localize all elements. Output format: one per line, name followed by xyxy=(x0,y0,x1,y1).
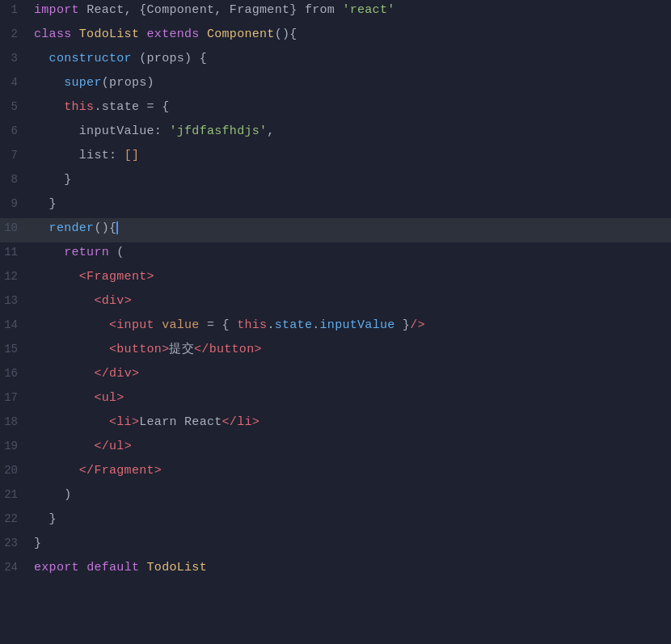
token-jsx-tag: /> xyxy=(410,318,425,332)
token-prop: } xyxy=(34,512,57,526)
line-content: } xyxy=(31,534,671,553)
token-num-arr: [] xyxy=(124,149,140,162)
token-kw-import: import xyxy=(34,3,87,17)
line-content: <input value = { this.state.inputValue }… xyxy=(31,316,671,335)
token-prop xyxy=(34,100,64,114)
line-number: 11 xyxy=(0,244,31,262)
token-prop: list: xyxy=(34,149,124,162)
token-prop: = xyxy=(200,318,222,332)
line-number: 8 xyxy=(0,171,31,189)
code-line: 2class TodoList extends Component(){ xyxy=(0,24,671,48)
line-number: 13 xyxy=(0,293,31,310)
token-prop xyxy=(34,246,64,259)
token-prop: (props) xyxy=(102,76,154,90)
token-kw-export: export xyxy=(34,561,87,575)
token-prop: } xyxy=(34,537,41,550)
token-prop: ( xyxy=(116,246,124,259)
line-content: } xyxy=(31,195,671,213)
code-line: 24export default TodoList xyxy=(0,558,671,582)
token-kw-render: render xyxy=(49,221,95,235)
code-line: 15 <button>提交</button> xyxy=(0,339,671,364)
token-prop: { xyxy=(222,318,238,332)
line-content: <button>提交</button> xyxy=(31,340,671,359)
token-prop xyxy=(34,221,49,235)
line-number: 1 xyxy=(0,2,31,19)
line-number: 6 xyxy=(0,123,31,141)
token-prop xyxy=(34,318,109,332)
line-number: 15 xyxy=(0,341,31,359)
line-content: <ul> xyxy=(31,389,671,407)
code-line: 21 ) xyxy=(0,485,671,509)
token-jsx-tag: <div> xyxy=(94,294,132,308)
token-input-val: value xyxy=(162,318,200,332)
code-line: 3 constructor (props) { xyxy=(0,48,671,73)
line-number: 21 xyxy=(0,486,31,504)
token-prop: (props) { xyxy=(139,52,207,65)
token-prop xyxy=(34,367,94,381)
token-prop: React, {Component, Fragment} xyxy=(87,3,305,17)
code-line: 11 return ( xyxy=(0,242,671,267)
code-line: 7 list: [] xyxy=(0,145,671,170)
token-chinese: 提交 xyxy=(169,343,194,356)
line-number: 5 xyxy=(0,99,31,116)
line-number: 12 xyxy=(0,268,31,286)
token-str: 'jfdfasfhdjs' xyxy=(169,124,267,138)
token-jsx-tag: <Fragment> xyxy=(79,270,154,284)
token-prop xyxy=(34,464,79,478)
line-number: 9 xyxy=(0,196,31,213)
token-cls-name: TodoList xyxy=(79,27,147,41)
line-number: 3 xyxy=(0,50,31,68)
token-prop: Learn React xyxy=(139,415,222,429)
token-prop: .state = { xyxy=(94,100,169,114)
token-prop: () xyxy=(94,221,109,235)
code-line: 18 <li>Learn React</li> xyxy=(0,412,671,436)
line-content: inputValue: 'jfdfasfhdjs', xyxy=(31,122,671,141)
line-number: 7 xyxy=(0,147,31,165)
code-line: 6 inputValue: 'jfdfasfhdjs', xyxy=(0,121,671,145)
code-line: 13 <div> xyxy=(0,291,671,315)
line-number: 22 xyxy=(0,511,31,528)
token-kw-return: return xyxy=(64,246,116,259)
line-content: class TodoList extends Component(){ xyxy=(31,25,671,44)
token-prop xyxy=(34,76,64,90)
token-prop xyxy=(34,343,109,356)
token-prop xyxy=(34,440,94,453)
token-jsx-tag: <input xyxy=(109,318,162,332)
token-kw-super: super xyxy=(64,76,102,90)
token-jsx-tag: </ul> xyxy=(94,440,132,453)
code-line: 8 } xyxy=(0,170,671,194)
line-content: constructor (props) { xyxy=(31,49,671,68)
token-prop xyxy=(34,415,109,429)
line-content: export default TodoList xyxy=(31,558,671,577)
token-cls-name: Component xyxy=(207,27,275,41)
token-prop: . xyxy=(312,318,319,332)
line-content: render(){ xyxy=(31,219,671,238)
token-prop xyxy=(34,294,94,308)
line-content: </ul> xyxy=(31,437,671,456)
line-number: 24 xyxy=(0,559,31,577)
line-number: 20 xyxy=(0,462,31,480)
token-prop: , xyxy=(267,124,274,138)
token-prop: . xyxy=(267,318,274,332)
token-kw-default: default xyxy=(87,561,146,575)
line-content: ) xyxy=(31,486,671,504)
code-line: 17 <ul> xyxy=(0,388,671,412)
code-line: 10 render(){ xyxy=(0,218,671,242)
token-kw-constructor: constructor xyxy=(49,52,140,65)
line-content: </div> xyxy=(31,364,671,383)
token-state-prop: inputValue xyxy=(320,318,395,332)
code-line: 20 </Fragment> xyxy=(0,461,671,485)
token-state-prop: state xyxy=(275,318,313,332)
line-number: 17 xyxy=(0,389,31,407)
token-kw-from: from xyxy=(305,3,343,17)
token-jsx-tag: </div> xyxy=(94,367,139,381)
token-prop: ) xyxy=(34,488,72,502)
token-prop: } xyxy=(395,318,411,332)
line-number: 16 xyxy=(0,365,31,383)
token-jsx-tag: <ul> xyxy=(94,391,124,405)
token-prop: } xyxy=(34,173,72,187)
token-prop xyxy=(34,270,79,284)
code-line: 14 <input value = { this.state.inputValu… xyxy=(0,315,671,339)
token-prop: { xyxy=(109,221,116,235)
text-cursor xyxy=(116,221,118,234)
